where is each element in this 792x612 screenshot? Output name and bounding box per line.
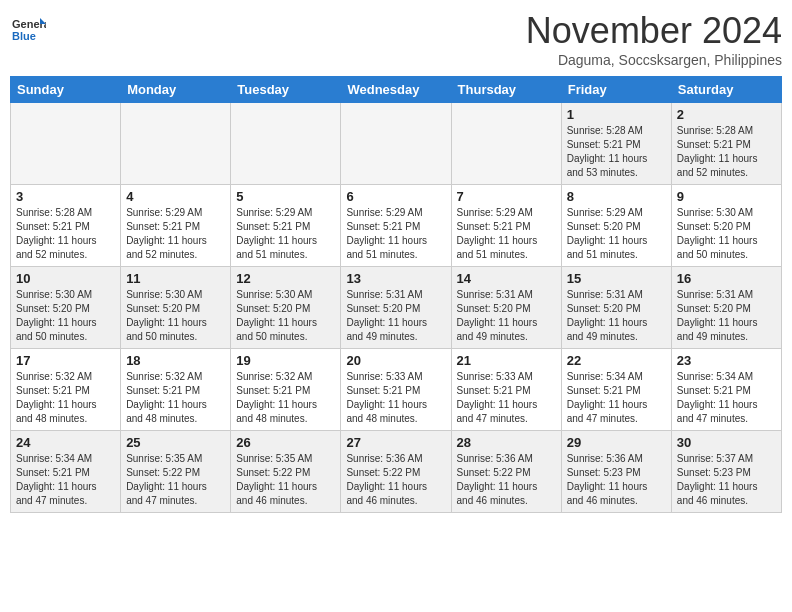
day-number: 16 <box>677 271 776 286</box>
calendar-cell: 27Sunrise: 5:36 AMSunset: 5:22 PMDayligh… <box>341 431 451 513</box>
day-number: 21 <box>457 353 556 368</box>
weekday-header-row: SundayMondayTuesdayWednesdayThursdayFrid… <box>11 77 782 103</box>
calendar-cell: 26Sunrise: 5:35 AMSunset: 5:22 PMDayligh… <box>231 431 341 513</box>
day-number: 4 <box>126 189 225 204</box>
calendar-table: SundayMondayTuesdayWednesdayThursdayFrid… <box>10 76 782 513</box>
weekday-header-friday: Friday <box>561 77 671 103</box>
logo: General Blue <box>10 10 46 46</box>
calendar-cell: 15Sunrise: 5:31 AMSunset: 5:20 PMDayligh… <box>561 267 671 349</box>
day-cell-content: Sunrise: 5:34 AMSunset: 5:21 PMDaylight:… <box>677 370 776 426</box>
day-number: 22 <box>567 353 666 368</box>
calendar-week-row: 17Sunrise: 5:32 AMSunset: 5:21 PMDayligh… <box>11 349 782 431</box>
day-number: 1 <box>567 107 666 122</box>
day-cell-content: Sunrise: 5:35 AMSunset: 5:22 PMDaylight:… <box>236 452 335 508</box>
calendar-cell: 18Sunrise: 5:32 AMSunset: 5:21 PMDayligh… <box>121 349 231 431</box>
calendar-cell: 7Sunrise: 5:29 AMSunset: 5:21 PMDaylight… <box>451 185 561 267</box>
calendar-week-row: 3Sunrise: 5:28 AMSunset: 5:21 PMDaylight… <box>11 185 782 267</box>
day-number: 2 <box>677 107 776 122</box>
day-number: 3 <box>16 189 115 204</box>
calendar-cell: 23Sunrise: 5:34 AMSunset: 5:21 PMDayligh… <box>671 349 781 431</box>
day-number: 23 <box>677 353 776 368</box>
calendar-cell: 9Sunrise: 5:30 AMSunset: 5:20 PMDaylight… <box>671 185 781 267</box>
day-cell-content: Sunrise: 5:29 AMSunset: 5:21 PMDaylight:… <box>457 206 556 262</box>
page-header: General Blue November 2024 Daguma, Soccs… <box>10 10 782 68</box>
weekday-header-tuesday: Tuesday <box>231 77 341 103</box>
logo-icon: General Blue <box>10 10 46 46</box>
calendar-cell <box>231 103 341 185</box>
calendar-week-row: 1Sunrise: 5:28 AMSunset: 5:21 PMDaylight… <box>11 103 782 185</box>
day-cell-content: Sunrise: 5:32 AMSunset: 5:21 PMDaylight:… <box>126 370 225 426</box>
calendar-week-row: 10Sunrise: 5:30 AMSunset: 5:20 PMDayligh… <box>11 267 782 349</box>
day-cell-content: Sunrise: 5:36 AMSunset: 5:22 PMDaylight:… <box>457 452 556 508</box>
day-cell-content: Sunrise: 5:31 AMSunset: 5:20 PMDaylight:… <box>346 288 445 344</box>
day-cell-content: Sunrise: 5:30 AMSunset: 5:20 PMDaylight:… <box>16 288 115 344</box>
day-cell-content: Sunrise: 5:36 AMSunset: 5:22 PMDaylight:… <box>346 452 445 508</box>
calendar-cell <box>11 103 121 185</box>
day-number: 18 <box>126 353 225 368</box>
day-number: 14 <box>457 271 556 286</box>
calendar-cell: 3Sunrise: 5:28 AMSunset: 5:21 PMDaylight… <box>11 185 121 267</box>
day-number: 12 <box>236 271 335 286</box>
day-cell-content: Sunrise: 5:28 AMSunset: 5:21 PMDaylight:… <box>677 124 776 180</box>
weekday-header-wednesday: Wednesday <box>341 77 451 103</box>
calendar-cell: 25Sunrise: 5:35 AMSunset: 5:22 PMDayligh… <box>121 431 231 513</box>
location-subtitle: Daguma, Soccsksargen, Philippines <box>526 52 782 68</box>
day-number: 9 <box>677 189 776 204</box>
day-cell-content: Sunrise: 5:30 AMSunset: 5:20 PMDaylight:… <box>677 206 776 262</box>
calendar-cell <box>451 103 561 185</box>
day-number: 6 <box>346 189 445 204</box>
day-cell-content: Sunrise: 5:31 AMSunset: 5:20 PMDaylight:… <box>457 288 556 344</box>
calendar-cell: 22Sunrise: 5:34 AMSunset: 5:21 PMDayligh… <box>561 349 671 431</box>
day-cell-content: Sunrise: 5:35 AMSunset: 5:22 PMDaylight:… <box>126 452 225 508</box>
calendar-cell <box>341 103 451 185</box>
day-cell-content: Sunrise: 5:33 AMSunset: 5:21 PMDaylight:… <box>457 370 556 426</box>
day-number: 30 <box>677 435 776 450</box>
day-number: 27 <box>346 435 445 450</box>
calendar-cell: 19Sunrise: 5:32 AMSunset: 5:21 PMDayligh… <box>231 349 341 431</box>
day-cell-content: Sunrise: 5:28 AMSunset: 5:21 PMDaylight:… <box>567 124 666 180</box>
svg-text:Blue: Blue <box>12 30 36 42</box>
day-cell-content: Sunrise: 5:28 AMSunset: 5:21 PMDaylight:… <box>16 206 115 262</box>
calendar-cell: 20Sunrise: 5:33 AMSunset: 5:21 PMDayligh… <box>341 349 451 431</box>
calendar-cell: 28Sunrise: 5:36 AMSunset: 5:22 PMDayligh… <box>451 431 561 513</box>
weekday-header-monday: Monday <box>121 77 231 103</box>
calendar-cell: 2Sunrise: 5:28 AMSunset: 5:21 PMDaylight… <box>671 103 781 185</box>
day-cell-content: Sunrise: 5:36 AMSunset: 5:23 PMDaylight:… <box>567 452 666 508</box>
calendar-cell: 30Sunrise: 5:37 AMSunset: 5:23 PMDayligh… <box>671 431 781 513</box>
weekday-header-thursday: Thursday <box>451 77 561 103</box>
calendar-cell: 12Sunrise: 5:30 AMSunset: 5:20 PMDayligh… <box>231 267 341 349</box>
day-number: 26 <box>236 435 335 450</box>
calendar-cell: 17Sunrise: 5:32 AMSunset: 5:21 PMDayligh… <box>11 349 121 431</box>
day-number: 19 <box>236 353 335 368</box>
title-area: November 2024 Daguma, Soccsksargen, Phil… <box>526 10 782 68</box>
calendar-cell: 21Sunrise: 5:33 AMSunset: 5:21 PMDayligh… <box>451 349 561 431</box>
calendar-cell: 29Sunrise: 5:36 AMSunset: 5:23 PMDayligh… <box>561 431 671 513</box>
day-number: 10 <box>16 271 115 286</box>
day-number: 5 <box>236 189 335 204</box>
day-cell-content: Sunrise: 5:33 AMSunset: 5:21 PMDaylight:… <box>346 370 445 426</box>
calendar-cell: 10Sunrise: 5:30 AMSunset: 5:20 PMDayligh… <box>11 267 121 349</box>
day-cell-content: Sunrise: 5:37 AMSunset: 5:23 PMDaylight:… <box>677 452 776 508</box>
day-number: 7 <box>457 189 556 204</box>
calendar-cell: 14Sunrise: 5:31 AMSunset: 5:20 PMDayligh… <box>451 267 561 349</box>
day-cell-content: Sunrise: 5:29 AMSunset: 5:21 PMDaylight:… <box>346 206 445 262</box>
day-number: 8 <box>567 189 666 204</box>
day-number: 11 <box>126 271 225 286</box>
day-cell-content: Sunrise: 5:29 AMSunset: 5:20 PMDaylight:… <box>567 206 666 262</box>
day-number: 20 <box>346 353 445 368</box>
day-cell-content: Sunrise: 5:30 AMSunset: 5:20 PMDaylight:… <box>236 288 335 344</box>
day-number: 28 <box>457 435 556 450</box>
day-cell-content: Sunrise: 5:34 AMSunset: 5:21 PMDaylight:… <box>567 370 666 426</box>
day-cell-content: Sunrise: 5:32 AMSunset: 5:21 PMDaylight:… <box>236 370 335 426</box>
day-cell-content: Sunrise: 5:30 AMSunset: 5:20 PMDaylight:… <box>126 288 225 344</box>
day-cell-content: Sunrise: 5:32 AMSunset: 5:21 PMDaylight:… <box>16 370 115 426</box>
calendar-cell: 1Sunrise: 5:28 AMSunset: 5:21 PMDaylight… <box>561 103 671 185</box>
day-number: 15 <box>567 271 666 286</box>
calendar-week-row: 24Sunrise: 5:34 AMSunset: 5:21 PMDayligh… <box>11 431 782 513</box>
calendar-cell: 4Sunrise: 5:29 AMSunset: 5:21 PMDaylight… <box>121 185 231 267</box>
day-number: 17 <box>16 353 115 368</box>
day-cell-content: Sunrise: 5:29 AMSunset: 5:21 PMDaylight:… <box>126 206 225 262</box>
calendar-cell: 8Sunrise: 5:29 AMSunset: 5:20 PMDaylight… <box>561 185 671 267</box>
day-number: 29 <box>567 435 666 450</box>
day-number: 24 <box>16 435 115 450</box>
